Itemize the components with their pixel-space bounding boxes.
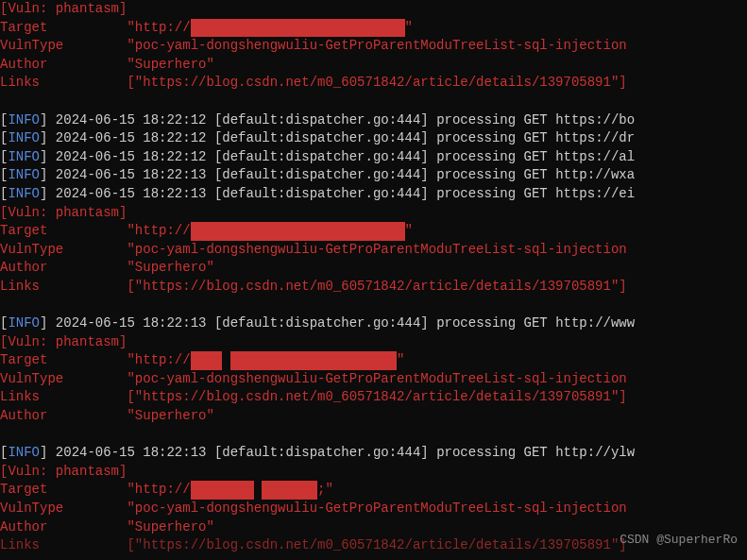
- target-line: Target "http://xxxxxxxxxxxxxxxxxxxxxxxxx…: [0, 222, 747, 241]
- target-line: Target "http://xxxx xxxxxxxxxxxxxxxxxxxx…: [0, 351, 747, 370]
- target-line: Target "http://xxxxxxxx xxxxxxx;": [0, 481, 747, 500]
- vuln-header: [Vuln: phantasm]: [0, 333, 747, 352]
- info-line: [INFO] 2024-06-15 18:22:12 [default:disp…: [0, 129, 747, 148]
- info-line: [INFO] 2024-06-15 18:22:13 [default:disp…: [0, 314, 747, 333]
- vulntype-line: VulnType "poc-yaml-dongshengwuliu-GetPro…: [0, 241, 747, 260]
- info-line: [INFO] 2024-06-15 18:22:13 [default:disp…: [0, 166, 747, 185]
- info-line: [INFO] 2024-06-15 18:22:12 [default:disp…: [0, 111, 747, 130]
- author-line: Author "Superhero": [0, 56, 747, 75]
- info-line: [INFO] 2024-06-15 18:22:13 [default:disp…: [0, 444, 747, 463]
- links-line: Links ["https://blog.csdn.net/m0_6057184…: [0, 74, 747, 93]
- author-line: Author "Superhero": [0, 407, 747, 426]
- vuln-header: [Vuln: phantasm]: [0, 463, 747, 482]
- vuln-header: [Vuln: phantasm]: [0, 204, 747, 223]
- links-line: Links ["https://blog.csdn.net/m0_6057184…: [0, 388, 747, 407]
- vulntype-line: VulnType "poc-yaml-dongshengwuliu-GetPro…: [0, 370, 747, 389]
- target-line: Target "http://xxxxxxxxxxxxxxxxxxxxxxxxx…: [0, 19, 747, 38]
- vuln-header: [Vuln: phantasm]: [0, 0, 747, 19]
- info-line: [INFO] 2024-06-15 18:22:13 [default:disp…: [0, 185, 747, 204]
- info-line: [INFO] 2024-06-15 18:22:12 [default:disp…: [0, 148, 747, 167]
- author-line: Author "Superhero": [0, 259, 747, 278]
- watermark: CSDN @SuperherRo: [620, 532, 738, 549]
- vulntype-line: VulnType "poc-yaml-dongshengwuliu-GetPro…: [0, 500, 747, 518]
- terminal-output: [Vuln: phantasm] Target "http://xxxxxxxx…: [0, 0, 747, 555]
- links-line: Links ["https://blog.csdn.net/m0_6057184…: [0, 278, 747, 297]
- vulntype-line: VulnType "poc-yaml-dongshengwuliu-GetPro…: [0, 37, 747, 56]
